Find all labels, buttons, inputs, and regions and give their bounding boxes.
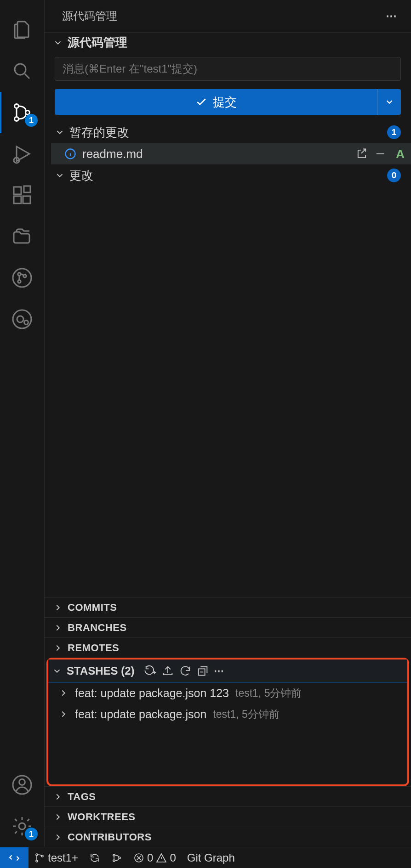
svg-point-9 [13, 269, 31, 287]
scm-panel: 源代码管理 ⋯ 源代码管理 提交 暂存的更改 [44, 0, 411, 847]
activity-explorer[interactable] [0, 9, 44, 51]
svg-point-2 [15, 117, 19, 121]
unstage-icon[interactable] [374, 147, 387, 160]
stash-message: feat: update package.json [75, 708, 206, 721]
activity-gitlens[interactable] [0, 299, 44, 340]
activity-settings[interactable]: 1 [0, 806, 44, 847]
changes-label: 更改 [69, 168, 93, 184]
svg-point-22 [36, 860, 38, 862]
check-icon [195, 96, 207, 108]
status-git-graph-label: Git Graph [187, 851, 235, 864]
svg-point-18 [19, 823, 25, 829]
search-icon [11, 60, 33, 82]
section-worktrees[interactable]: WORKTREES [45, 806, 411, 827]
chevron-right-icon [53, 603, 63, 613]
panel-more-button[interactable]: ⋯ [386, 10, 398, 23]
svg-point-10 [18, 273, 21, 276]
chevron-right-icon [53, 792, 63, 802]
svg-point-21 [36, 854, 38, 856]
section-contributors[interactable]: CONTRIBUTORS [45, 827, 411, 847]
status-bar: test1+ 0 0 Git Graph [0, 847, 411, 868]
remote-icon [8, 852, 20, 864]
svg-point-17 [19, 779, 25, 785]
remote-window-button[interactable] [0, 847, 29, 868]
gitlens-icon [11, 308, 33, 330]
status-problems[interactable]: 0 0 [128, 847, 182, 868]
activity-scm[interactable]: 1 [0, 92, 44, 133]
staged-changes-label: 暂存的更改 [69, 124, 129, 141]
scm-badge: 1 [25, 114, 38, 127]
changes-header[interactable]: 更改 0 [51, 164, 411, 186]
section-stashes[interactable]: STASHES (2) ⋯ [48, 659, 407, 682]
staged-changes-header[interactable]: 暂存的更改 1 [51, 121, 411, 143]
status-graph-button[interactable] [106, 847, 128, 868]
scm-body: 提交 [45, 52, 411, 115]
file-status-letter: A [396, 147, 405, 161]
refresh-icon[interactable] [179, 665, 192, 677]
status-branch-name: test1+ [48, 851, 78, 864]
svg-point-14 [17, 316, 23, 322]
scm-section-header[interactable]: 源代码管理 [45, 32, 411, 52]
stash-meta: test1, 5分钟前 [235, 686, 302, 700]
commit-more-button[interactable] [377, 89, 401, 115]
changes-count-badge: 0 [387, 169, 401, 182]
activity-search[interactable] [0, 51, 44, 92]
stash-item[interactable]: feat: update package.json 123 test1, 5分钟… [48, 682, 407, 704]
activity-debug[interactable] [0, 133, 44, 175]
files-icon [11, 19, 33, 41]
chevron-right-icon [53, 812, 63, 822]
svg-rect-8 [24, 186, 30, 192]
section-stashes-label: STASHES (2) [67, 665, 135, 677]
chevron-right-icon [53, 623, 63, 633]
section-contributors-label: CONTRIBUTORS [68, 831, 152, 843]
branch-icon [34, 852, 45, 863]
graph-icon [111, 852, 122, 863]
extensions-icon [11, 184, 33, 206]
stash-item[interactable]: feat: update package.json test1, 5分钟前 [48, 704, 407, 725]
status-git-graph[interactable]: Git Graph [182, 847, 240, 868]
chevron-down-icon [55, 170, 65, 180]
scm-changes-area: 暂存的更改 1 readme.md A 更改 0 [45, 121, 411, 186]
warning-icon [156, 852, 167, 863]
account-icon [11, 774, 33, 796]
section-worktrees-label: WORKTREES [68, 811, 136, 823]
collapse-all-icon[interactable] [196, 665, 209, 677]
chevron-down-icon [384, 97, 394, 107]
section-commits[interactable]: COMMITS [45, 597, 411, 617]
staged-file-row[interactable]: readme.md A [51, 143, 411, 164]
section-commits-label: COMMITS [68, 602, 117, 614]
activity-git-branch[interactable] [0, 257, 44, 299]
panel-title-row: 源代码管理 ⋯ [45, 0, 411, 32]
activity-extensions[interactable] [0, 175, 44, 216]
commit-button[interactable]: 提交 [55, 89, 377, 115]
status-branch[interactable]: test1+ [29, 847, 84, 868]
file-name: readme.md [82, 147, 143, 161]
activity-account[interactable] [0, 764, 44, 806]
svg-rect-6 [14, 196, 21, 203]
activity-folders[interactable] [0, 216, 44, 257]
open-file-icon[interactable] [355, 147, 368, 160]
svg-point-1 [15, 104, 19, 108]
stash-apply-icon[interactable] [161, 665, 174, 677]
section-remotes[interactable]: REMOTES [45, 637, 411, 658]
section-tags[interactable]: TAGS [45, 786, 411, 806]
section-tags-label: TAGS [68, 791, 96, 803]
chevron-right-icon [58, 688, 68, 698]
svg-rect-7 [23, 196, 30, 203]
scm-section-title: 源代码管理 [68, 34, 127, 51]
panel-title: 源代码管理 [62, 9, 117, 23]
stashes-highlight: STASHES (2) ⋯ feat: update package.json … [46, 658, 409, 786]
chevron-right-icon [53, 832, 63, 842]
chevron-right-icon [53, 643, 63, 653]
stashes-more-button[interactable]: ⋯ [214, 665, 225, 677]
section-branches[interactable]: BRANCHES [45, 617, 411, 637]
chevron-down-icon [55, 127, 65, 137]
commit-message-input[interactable] [55, 57, 401, 81]
debug-icon [11, 143, 33, 165]
svg-point-0 [15, 64, 26, 75]
section-remotes-label: REMOTES [68, 642, 119, 654]
settings-badge: 1 [25, 828, 38, 840]
stash-create-icon[interactable] [144, 665, 157, 677]
status-sync[interactable] [84, 847, 106, 868]
activity-bar: 1 1 [0, 0, 44, 847]
